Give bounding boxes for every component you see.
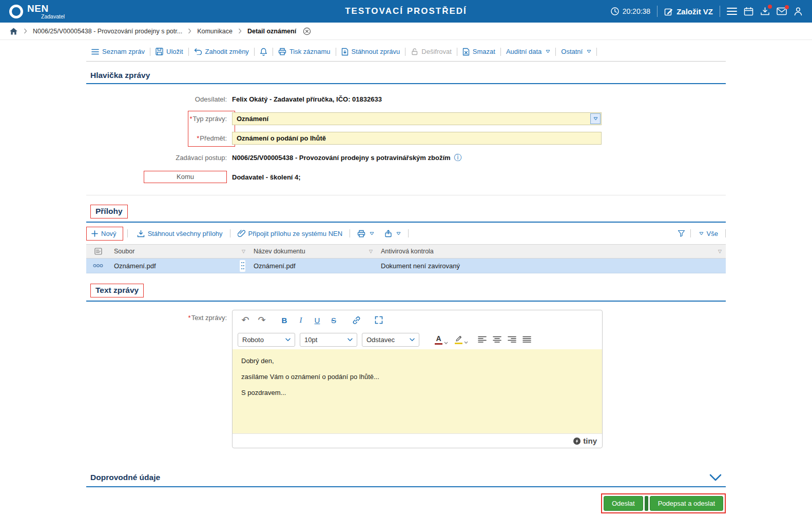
procedure-value: N006/25/V00005438 - Provozování prodejny… <box>232 154 451 162</box>
row-menu-icon[interactable] <box>86 264 110 268</box>
download-document-icon <box>341 48 349 56</box>
message-type-select[interactable]: Oznámení <box>232 112 602 125</box>
required-mark: * <box>197 134 199 142</box>
download-all-label: Stáhnout všechny přílohy <box>148 230 223 237</box>
rich-text-editor: ↶ ↷ B I U S <box>232 310 603 448</box>
column-filter-icon[interactable]: ▽ <box>242 249 245 254</box>
editor-block-format-select[interactable]: Odstavec <box>362 333 419 347</box>
breadcrumb-item-procedure[interactable]: N006/25/V00005438 - Provozování prodejny… <box>33 28 182 35</box>
editor-highlight-color-button[interactable] <box>454 335 469 344</box>
calendar-button[interactable] <box>744 7 753 16</box>
breadcrumb-separator-icon <box>24 28 27 34</box>
clock-icon <box>610 7 620 16</box>
export-attachments-button[interactable] <box>379 230 406 237</box>
editor-paragraph: S pozdravem... <box>241 389 593 396</box>
required-mark: * <box>189 115 192 123</box>
filter-funnel-icon[interactable] <box>678 230 685 237</box>
filter-all-button[interactable]: Vše <box>696 230 720 237</box>
toolbar-item-label: Auditní data <box>506 48 542 55</box>
breadcrumb-item-komunikace[interactable]: Komunikace <box>197 28 233 35</box>
info-icon[interactable]: ⓘ <box>454 153 462 163</box>
toolbar-item-seznam-zprav[interactable]: Seznam zpráv <box>86 48 150 55</box>
column-filter-icon[interactable]: ▽ <box>369 249 373 254</box>
toolbar-item-ulozit[interactable]: Uložit <box>150 48 188 55</box>
toolbar-separator <box>230 229 230 237</box>
toolbar-item-desifrovat[interactable]: Dešifrovat <box>405 48 457 55</box>
dropdown-chevron-icon <box>699 232 704 235</box>
print-icon <box>357 230 365 237</box>
top-header: NEN Zadavatel TESTOVACÍ PROSTŘEDÍ 20:20:… <box>0 0 812 23</box>
delete-document-icon <box>462 48 470 56</box>
close-tab-icon[interactable] <box>303 27 311 35</box>
environment-title: TESTOVACÍ PROSTŘEDÍ <box>345 6 467 16</box>
toolbar-item-ostatni[interactable]: Ostatní <box>556 48 596 55</box>
subject-input[interactable]: Oznámení o podání po lhůtě <box>232 132 602 145</box>
new-attachment-button[interactable]: Nový <box>86 227 123 241</box>
list-icon <box>91 49 99 55</box>
user-profile-button[interactable] <box>794 7 803 16</box>
toolbar-item-tisk-zaznamu[interactable]: Tisk záznamu <box>273 48 336 55</box>
column-header-antivirova-kontrola[interactable]: Antivirová kontrola ▽ <box>377 248 726 255</box>
toolbar-item-smazat[interactable]: Smazat <box>457 48 500 56</box>
select-dropdown-button[interactable] <box>590 113 601 124</box>
tiny-logo-text: tiny <box>583 436 597 445</box>
collapse-chevron-icon[interactable] <box>709 474 722 481</box>
toolbar-item-zahodit-zmeny[interactable]: Zahodit změny <box>189 48 254 55</box>
home-icon[interactable] <box>9 27 18 35</box>
editor-toolbar-row1: ↶ ↷ B I U S <box>233 310 602 330</box>
edit-icon <box>664 7 673 16</box>
topbar-separator <box>720 6 720 17</box>
editor-font-size-select[interactable]: 10pt <box>300 333 357 347</box>
toolbar-item-label: Ostatní <box>561 48 583 55</box>
editor-italic-button[interactable]: I <box>293 312 308 328</box>
editor-fullscreen-button[interactable] <box>371 312 386 328</box>
share-icon <box>384 230 392 237</box>
editor-text-color-button[interactable]: A <box>434 335 449 345</box>
editor-redo-button[interactable]: ↷ <box>254 312 269 328</box>
section-rule <box>86 486 726 487</box>
form-row-type: *Typ zprávy: Oznámení <box>86 109 726 128</box>
form-row-subject: *Předmět: Oznámení o podání po lhůtě <box>86 128 726 148</box>
editor-underline-button[interactable]: U <box>310 312 325 328</box>
align-left-icon[interactable] <box>478 336 487 343</box>
column-resize-handle[interactable] <box>240 260 245 272</box>
breadcrumb-separator-icon <box>188 28 191 34</box>
annotation-box-buttons: Odeslat Podepsat a odeslat <box>601 493 726 513</box>
message-header-section: Hlavička zprávy Odesílatel: Felix Okátý … <box>86 62 726 195</box>
column-header-soubor[interactable]: Soubor ▽ <box>110 248 249 255</box>
editor-link-button[interactable] <box>349 312 364 328</box>
downloads-button[interactable] <box>760 7 770 16</box>
attachment-row[interactable]: Oznámení.pdf Oznámení.pdf Dokument není … <box>86 258 726 273</box>
create-vz-button[interactable]: Založit VZ <box>664 7 713 16</box>
editor-undo-button[interactable]: ↶ <box>238 312 253 328</box>
nen-logo-icon <box>9 5 23 18</box>
align-right-icon[interactable] <box>508 336 516 343</box>
sign-and-send-button[interactable]: Podepsat a odeslat <box>650 496 723 511</box>
type-label: *Typ zprávy: <box>86 115 232 123</box>
attachment-antivirus-status: Dokument není zavirovaný <box>381 262 460 270</box>
row-selector-header[interactable] <box>86 248 110 255</box>
editor-strikethrough-button[interactable]: S <box>326 312 341 328</box>
additional-data-section: Doprovodné údaje <box>86 460 726 487</box>
toolbar-item-auditni-data[interactable]: Auditní data <box>501 48 555 55</box>
editor-content-area[interactable]: Dobrý den, zasíláme Vám o oznámení o pod… <box>233 349 602 433</box>
messages-button[interactable] <box>777 7 787 15</box>
send-button[interactable]: Odeslat <box>604 496 643 511</box>
menu-button[interactable] <box>727 7 737 15</box>
align-center-icon[interactable] <box>493 336 501 343</box>
print-attachments-button[interactable] <box>352 230 379 237</box>
notifications-bell-button[interactable] <box>255 48 273 56</box>
column-filter-icon[interactable]: ▽ <box>718 249 722 254</box>
toolbar-item-stahnout-zpravu[interactable]: Stáhnout zprávu <box>336 48 405 56</box>
section-title-text-zpravy: Text zprávy <box>90 284 144 297</box>
editor-bold-button[interactable]: B <box>277 312 292 328</box>
nen-brand[interactable]: NEN Zadavatel <box>9 4 65 19</box>
breadcrumb: N006/25/V00005438 - Provozování prodejny… <box>0 23 812 40</box>
editor-font-family-select[interactable]: Roboto <box>238 333 295 347</box>
procedure-label: Zadávací postup: <box>86 154 232 162</box>
create-vz-label: Založit VZ <box>676 7 713 16</box>
align-justify-icon[interactable] <box>523 336 531 343</box>
column-header-nazev-dokumentu[interactable]: Název dokumentu ▽ <box>249 248 377 255</box>
download-all-attachments-button[interactable]: Stáhnout všechny přílohy <box>132 230 228 237</box>
attach-from-nen-button[interactable]: Připojit přílohu ze systému NEN <box>233 229 348 237</box>
